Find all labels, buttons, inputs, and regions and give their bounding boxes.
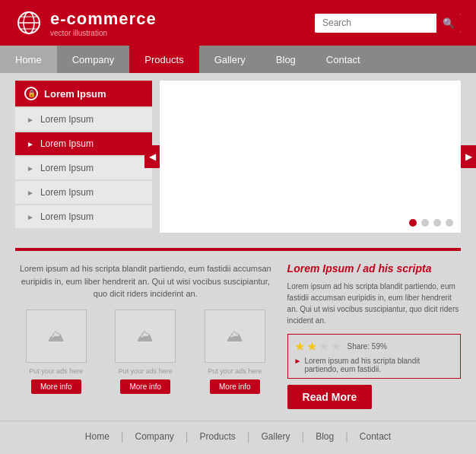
bottom-description: Lorem ipsum ad his scripta blandit parti… [15,262,276,300]
slide-dot-3[interactable] [446,219,453,227]
sidebar-item-0[interactable]: ► Lorem Ipsum [15,108,152,131]
slide-dots [409,219,453,227]
arrow-icon-2: ► [27,164,34,173]
sidebar-item-1[interactable]: ► Lorem Ipsum [15,132,152,155]
footer-item-gallery[interactable]: Gallery [249,431,301,442]
product-thumb-0: Put your ads here More info [15,310,97,394]
sidebar-item-4[interactable]: ► Lorem Ipsum [15,205,152,228]
nav-item-company[interactable]: Company [57,46,130,73]
footer-item-company[interactable]: Company [123,431,185,442]
rating-box: ★ ★ ★ ★ Share: 59% ► Lorem ipsum ad his … [287,334,461,379]
slide-dot-1[interactable] [421,219,429,227]
feature-title: Lorem Ipsum / ad his scripta [287,262,461,275]
sidebar-header: 🔒 Lorem Ipsum [15,81,152,106]
product-label-1: Put your ads here [119,367,173,375]
search-bar[interactable]: 🔍 [315,14,461,33]
nav-item-contact[interactable]: Contact [311,46,376,73]
arrow-icon-0: ► [27,116,34,124]
bottom-right: Lorem Ipsum / ad his scripta Lorem ipsum… [287,262,461,409]
product-image-1 [115,310,176,363]
nav-item-products[interactable]: Products [129,46,198,73]
footer-item-home[interactable]: Home [74,431,121,442]
more-info-button-2[interactable]: More info [210,379,260,394]
lock-icon: 🔒 [24,87,38,100]
slideshow: ◀ ▶ [160,81,461,233]
read-more-button[interactable]: Read More [287,385,373,409]
more-info-button-0[interactable]: More info [31,379,81,394]
globe-icon [15,9,43,37]
sidebar-item-label-4: Lorem Ipsum [40,211,94,222]
slide-dot-0[interactable] [409,219,417,227]
search-input[interactable] [315,14,436,32]
product-image-0 [26,310,87,363]
main-nav: Home Company Products Gallery Blog Conta… [0,46,476,73]
slide-prev-button[interactable]: ◀ [144,145,160,168]
footer: Home | Company | Products | Gallery | Bl… [0,421,476,452]
product-label-2: Put your ads here [208,367,262,375]
sidebar: 🔒 Lorem Ipsum ► Lorem Ipsum ► Lorem Ipsu… [15,81,152,233]
sidebar-item-label-3: Lorem Ipsum [40,187,94,198]
star-rating: ★ ★ ★ ★ [294,339,341,354]
sidebar-item-3[interactable]: ► Lorem Ipsum [15,181,152,204]
sidebar-item-2[interactable]: ► Lorem Ipsum [15,157,152,179]
product-thumbnails: Put your ads here More info Put your ads… [15,310,276,394]
bottom-section: Lorem ipsum ad his scripta blandit parti… [0,251,476,421]
footer-item-contact[interactable]: Contact [348,431,402,442]
more-info-button-1[interactable]: More info [120,379,170,394]
feature-description: Lorem ipsum ad his scripta blandit parti… [287,281,461,326]
rating-row: ★ ★ ★ ★ Share: 59% [294,339,454,354]
arrow-icon-3: ► [27,189,34,197]
feature-note-text: Lorem ipsum ad his scripta blandit parti… [305,357,455,373]
star-4: ★ [331,339,341,354]
sidebar-item-label-1: Lorem Ipsum [40,138,94,149]
sidebar-item-label-0: Lorem Ipsum [40,114,94,125]
header: e-commerce vector illustration 🔍 [0,0,476,46]
product-label-0: Put your ads here [29,367,83,375]
feature-note: ► Lorem ipsum ad his scripta blandit par… [294,357,454,373]
arrow-icon-1: ► [27,140,34,148]
nav-item-blog[interactable]: Blog [261,46,311,73]
product-thumb-2: Put your ads here More info [194,310,276,394]
product-image-2 [205,310,265,363]
slide-next-button[interactable]: ▶ [461,145,476,168]
nav-item-home[interactable]: Home [0,46,57,73]
search-button[interactable]: 🔍 [436,14,461,33]
arrow-icon-4: ► [27,213,34,221]
logo-text: e-commerce vector illustration [50,9,157,37]
logo-title: e-commerce [50,9,157,29]
product-thumb-1: Put your ads here More info [105,310,187,394]
star-3: ★ [319,339,329,354]
bottom-left: Lorem ipsum ad his scripta blandit parti… [15,262,276,409]
logo-subtitle: vector illustration [50,29,157,37]
nav-item-gallery[interactable]: Gallery [199,46,261,73]
footer-item-blog[interactable]: Blog [304,431,345,442]
footer-item-products[interactable]: Products [188,431,246,442]
share-text: Share: 59% [347,342,387,351]
sidebar-item-label-2: Lorem Ipsum [40,163,94,173]
slide-dot-2[interactable] [433,219,441,227]
logo-area: e-commerce vector illustration [15,9,157,37]
main-content: 🔒 Lorem Ipsum ► Lorem Ipsum ► Lorem Ipsu… [0,73,476,240]
feature-note-arrow-icon: ► [294,357,302,365]
sidebar-header-label: Lorem Ipsum [44,88,106,100]
star-1: ★ [294,339,305,354]
star-2: ★ [306,339,317,354]
